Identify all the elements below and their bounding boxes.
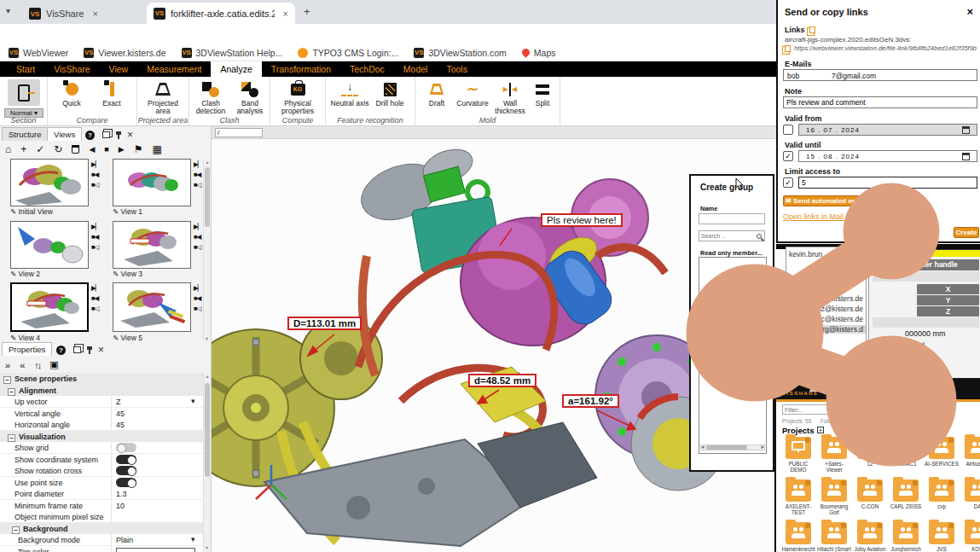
menu-tools[interactable]: Tools bbox=[437, 61, 477, 77]
limit-access-input[interactable] bbox=[798, 177, 977, 189]
tab-views[interactable]: Views bbox=[47, 127, 82, 141]
angle-measurement[interactable]: a=161.92° bbox=[562, 394, 619, 408]
diameter-measurement[interactable]: D=113.01 mm bbox=[287, 317, 362, 330]
add-view-icon[interactable] bbox=[20, 143, 26, 155]
share-link-url[interactable]: https://webviewer.viewstation.de/file-li… bbox=[794, 44, 977, 52]
edit-view-icon[interactable] bbox=[10, 270, 16, 278]
edit-view-icon[interactable] bbox=[113, 334, 119, 342]
dropdown-caret-icon[interactable] bbox=[191, 535, 195, 543]
play-views-icon[interactable] bbox=[119, 145, 125, 154]
menu-model[interactable]: Model bbox=[394, 61, 438, 77]
home-view-icon[interactable] bbox=[5, 143, 11, 155]
bookmark-viewer-kisters[interactable]: VSViewer.kisters.de bbox=[84, 48, 165, 58]
view-thumbnail-initial[interactable] bbox=[10, 159, 89, 206]
expand-grid-icon[interactable]: + bbox=[817, 427, 824, 433]
project-folder[interactable]: Boomerang Golf bbox=[817, 479, 851, 516]
collapse-icon[interactable] bbox=[8, 434, 15, 442]
edit-view-icon[interactable] bbox=[10, 334, 16, 342]
collapse-icon[interactable] bbox=[12, 526, 20, 534]
bookmark-help[interactable]: VS3DViewStation Help... bbox=[182, 48, 283, 58]
nav-user[interactable] bbox=[880, 386, 887, 392]
close-panel-icon[interactable] bbox=[98, 344, 104, 356]
axis-x-button[interactable]: X bbox=[917, 284, 979, 294]
view-thumbnail-2[interactable] bbox=[10, 221, 89, 269]
pin-icon[interactable] bbox=[89, 346, 90, 354]
help-icon[interactable] bbox=[85, 131, 95, 140]
tab-search-chevron-icon[interactable] bbox=[6, 6, 10, 15]
menu-techdoc[interactable]: TechDoc bbox=[340, 61, 394, 77]
new-tab-icon[interactable] bbox=[304, 5, 310, 18]
view-name[interactable]: View 5 bbox=[113, 334, 142, 342]
limit-access-checkbox[interactable] bbox=[783, 177, 793, 188]
projected-area-button[interactable]: Projected area bbox=[143, 78, 183, 116]
tab-close-icon[interactable] bbox=[92, 9, 97, 19]
send-automated-mails-button[interactable]: Send automated mails bbox=[783, 195, 868, 206]
bookmark-typo3[interactable]: TYPO3 CMS Login:... bbox=[298, 48, 398, 58]
email-suggestion[interactable]: manovic@kisters.de bbox=[786, 315, 866, 323]
prop-group-alignment[interactable]: Alignment bbox=[0, 385, 203, 397]
copy-link-icon[interactable] bbox=[785, 45, 791, 52]
quick-compare-button[interactable]: Quick bbox=[52, 78, 91, 107]
update-view-icon[interactable] bbox=[54, 143, 62, 155]
expand-all-icon[interactable] bbox=[5, 360, 10, 370]
stop-icon[interactable] bbox=[104, 145, 108, 154]
apply-view-icon[interactable] bbox=[36, 143, 44, 155]
axis-y-button[interactable]: Y bbox=[917, 295, 979, 305]
horizontal-scrollbar[interactable] bbox=[700, 445, 765, 450]
prop-group-visualization[interactable]: Visualization bbox=[0, 431, 203, 443]
open-mail-client-link[interactable]: Open links in Mail Client bbox=[783, 212, 866, 221]
draft-button[interactable]: Draft bbox=[417, 78, 456, 107]
edit-view-icon[interactable] bbox=[113, 207, 119, 216]
camera-icon[interactable] bbox=[91, 233, 105, 241]
email-suggestion[interactable]: kevin.brun bbox=[786, 250, 866, 259]
project-folder[interactable]: Hamenknecht bbox=[781, 522, 815, 552]
goto-view-icon[interactable] bbox=[91, 284, 105, 292]
camera-off-icon[interactable] bbox=[91, 305, 105, 312]
goto-view-icon[interactable] bbox=[91, 223, 105, 230]
view-name[interactable]: View 1 bbox=[113, 207, 142, 216]
exact-compare-button[interactable]: Exact bbox=[92, 78, 131, 107]
bookmark-webviewer[interactable]: VSWebViewer bbox=[9, 48, 68, 58]
project-folder[interactable]: Hitachi (Smart Scope) / No bbox=[817, 522, 851, 552]
project-folder[interactable]: A2MAC1 bbox=[889, 437, 923, 474]
tab-properties[interactable]: Properties bbox=[2, 342, 52, 356]
camera-icon[interactable] bbox=[91, 294, 105, 302]
emails-input[interactable]: bob 7@gmail.com bbox=[783, 69, 977, 81]
split-button[interactable]: Split bbox=[523, 78, 562, 107]
project-folder[interactable]: C-CON bbox=[853, 479, 887, 516]
undock-icon[interactable] bbox=[73, 346, 81, 353]
owner-entry[interactable]: germar.nikol@kisters.de -Owner bbox=[701, 361, 767, 367]
grid-layout-icon[interactable] bbox=[152, 143, 161, 155]
collapse-icon[interactable] bbox=[3, 376, 11, 384]
view-name[interactable]: View 2 bbox=[10, 270, 40, 278]
project-folder[interactable]: cvp bbox=[925, 479, 959, 516]
member-search-input[interactable] bbox=[699, 230, 765, 241]
email-suggestion-highlighted[interactable]: nberg@kisters.d bbox=[786, 325, 866, 334]
project-folder[interactable]: KOU bbox=[960, 522, 980, 552]
model-path-input[interactable] bbox=[215, 128, 263, 137]
collapse-all-icon[interactable] bbox=[20, 360, 25, 370]
project-folder[interactable]: 12 bbox=[853, 437, 887, 474]
show-coordinate-toggle[interactable] bbox=[116, 455, 136, 464]
prop-group-background[interactable]: Background bbox=[0, 523, 203, 535]
menu-visshare[interactable]: VisShare bbox=[44, 61, 99, 77]
calendar-icon[interactable] bbox=[962, 153, 970, 160]
previous-view-icon[interactable] bbox=[89, 145, 95, 154]
rotation-cross-toggle[interactable] bbox=[116, 466, 136, 475]
point-size-toggle[interactable] bbox=[116, 478, 136, 487]
drill-hole-button[interactable]: Drill hole bbox=[370, 78, 409, 107]
email-suggestion[interactable]: meckelenz@kisters.de bbox=[786, 305, 866, 313]
menu-start[interactable]: Start bbox=[7, 61, 44, 77]
section-button[interactable] bbox=[8, 79, 40, 106]
email-suggestion[interactable]: sen@kisters.de bbox=[786, 294, 866, 303]
group-name-input[interactable] bbox=[699, 213, 765, 224]
browser-tab-visshare[interactable]: VS VisShare bbox=[22, 3, 143, 24]
neutral-axis-button[interactable]: ↓Neutral axis bbox=[330, 78, 369, 107]
browser-tab-forklifter[interactable]: VS forklifter-axle.catia.edits.2020.1... bbox=[147, 3, 295, 24]
delete-view-icon[interactable] bbox=[72, 145, 79, 154]
center-handle-button[interactable]: Center handle bbox=[888, 259, 979, 270]
small-diameter-measurement[interactable]: d=48.52 mm bbox=[468, 374, 536, 387]
calendar-icon[interactable] bbox=[962, 126, 970, 134]
copy-links-icon[interactable] bbox=[809, 26, 815, 33]
edit-view-icon[interactable] bbox=[10, 207, 16, 216]
